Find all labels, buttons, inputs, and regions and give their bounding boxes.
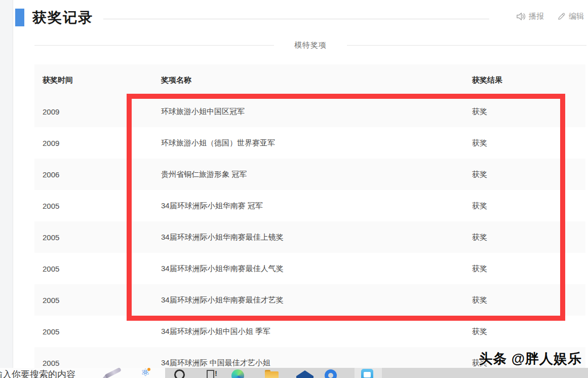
award-year: 2009 bbox=[34, 96, 153, 127]
award-name: 34届环球洲际小姐中国小姐 季军 bbox=[153, 316, 464, 347]
table-row: 2005 34届环球洲际小姐华南赛 冠军 获奖 bbox=[34, 190, 585, 221]
column-header-award: 奖项名称 bbox=[153, 64, 464, 96]
edit-label: 编辑 bbox=[569, 12, 584, 21]
watermark: 头条 @胖人娱乐 bbox=[479, 350, 582, 368]
header-actions: 播报 编辑 bbox=[516, 12, 584, 21]
award-year: 2005 bbox=[34, 221, 153, 253]
broadcast-label: 播报 bbox=[529, 12, 544, 21]
table-body: 2009 环球旅游小姐中国区冠军 获奖 2009 环球旅游小姐（德国）世界赛亚军… bbox=[34, 96, 585, 378]
search-icon[interactable] bbox=[174, 369, 185, 378]
pencil-icon bbox=[557, 12, 566, 21]
table-row: 2005 34届环球洲际小姐华南赛最佳上镜奖 获奖 bbox=[34, 221, 585, 253]
model-awards-divider: 模特奖项 bbox=[34, 40, 586, 51]
atom-icon[interactable]: ⚛ bbox=[141, 368, 150, 378]
table-row: 2006 贵州省铜仁旅游形象 冠军 获奖 bbox=[34, 159, 585, 190]
table-row: 2005 34届环球洲际小姐中国小姐 季军 获奖 bbox=[34, 316, 585, 347]
award-name: 34届环球洲际小姐华南赛 冠军 bbox=[153, 190, 464, 221]
award-result: 获奖 bbox=[464, 127, 585, 159]
file-explorer-folder-body[interactable] bbox=[265, 371, 279, 378]
award-year: 2005 bbox=[34, 190, 153, 221]
column-header-year: 获奖时间 bbox=[34, 64, 153, 96]
section-marker bbox=[15, 9, 24, 26]
award-name: 34届环球洲际小姐华南赛最佳人气奖 bbox=[153, 253, 464, 284]
award-year: 2009 bbox=[34, 127, 153, 159]
taskbar-search-box[interactable]: 输入你要搜索的内容 ⚛ bbox=[0, 368, 165, 378]
award-result: 获奖 bbox=[464, 253, 585, 284]
award-year: 2006 bbox=[34, 159, 153, 190]
edit-button[interactable]: 编辑 bbox=[557, 12, 584, 21]
stylus-pen-icon[interactable] bbox=[104, 368, 122, 378]
award-year: 2005 bbox=[34, 316, 153, 347]
table-row: 2005 34届环球洲际小姐华南赛最佳才艺奖 获奖 bbox=[34, 284, 585, 316]
table-row: 2009 环球旅游小姐中国区冠军 获奖 bbox=[34, 96, 585, 127]
broadcast-button[interactable]: 播报 bbox=[516, 12, 544, 21]
divider-line-right bbox=[347, 45, 586, 46]
award-result: 获奖 bbox=[464, 221, 585, 253]
title-divider-line bbox=[103, 19, 489, 19]
award-name: 贵州省铜仁旅游形象 冠军 bbox=[153, 159, 464, 190]
award-name: 34届环球洲际小姐华南赛最佳才艺奖 bbox=[153, 284, 464, 316]
awards-table: 获奖时间 奖项名称 获奖结果 2009 环球旅游小姐中国区冠军 获奖 2009 … bbox=[34, 64, 585, 378]
left-gutter bbox=[0, 0, 13, 368]
table-header: 获奖时间 奖项名称 获奖结果 bbox=[34, 64, 585, 96]
award-result: 获奖 bbox=[464, 159, 585, 190]
taskbar-search-text: 输入你要搜索的内容 bbox=[0, 368, 75, 378]
speaker-icon bbox=[516, 12, 526, 21]
app-badge-icon[interactable] bbox=[207, 370, 214, 378]
award-result: 获奖 bbox=[464, 316, 585, 347]
column-header-result: 获奖结果 bbox=[464, 64, 585, 96]
table-row: 2005 34届环球洲际小姐华南赛最佳人气奖 获奖 bbox=[34, 253, 585, 284]
window-app-icon[interactable] bbox=[361, 369, 373, 378]
award-name: 环球旅游小姐（德国）世界赛亚军 bbox=[153, 127, 464, 159]
award-result: 获奖 bbox=[464, 96, 585, 127]
award-year: 2005 bbox=[34, 284, 153, 316]
taskbar: 输入你要搜索的内容 ⚛ bbox=[0, 368, 588, 378]
table-row: 2009 环球旅游小姐（德国）世界赛亚军 获奖 bbox=[34, 127, 585, 159]
model-awards-label: 模特奖项 bbox=[274, 41, 347, 50]
browser-ring-icon[interactable] bbox=[325, 369, 337, 378]
award-result: 获奖 bbox=[464, 190, 585, 221]
edge-browser-icon[interactable] bbox=[231, 369, 244, 378]
award-result: 获奖 bbox=[464, 284, 585, 316]
award-year: 2005 bbox=[34, 253, 153, 284]
award-name: 34届环球洲际小姐华南赛最佳上镜奖 bbox=[153, 221, 464, 253]
page-title: 获奖记录 bbox=[32, 8, 93, 27]
divider-line-left bbox=[34, 45, 274, 46]
award-name: 环球旅游小姐中国区冠军 bbox=[153, 96, 464, 127]
home-app-icon[interactable] bbox=[296, 370, 313, 378]
